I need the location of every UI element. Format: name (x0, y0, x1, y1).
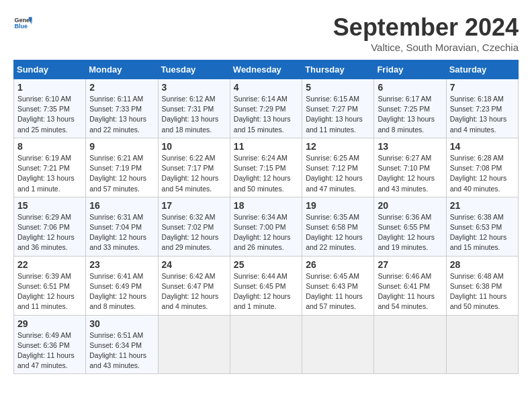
calendar-day: 27Sunrise: 6:46 AM Sunset: 6:41 PM Dayli… (374, 256, 446, 315)
calendar-day (302, 315, 374, 374)
calendar-day: 13Sunrise: 6:27 AM Sunset: 7:10 PM Dayli… (374, 138, 446, 197)
calendar-day: 25Sunrise: 6:44 AM Sunset: 6:45 PM Dayli… (230, 256, 302, 315)
calendar-day: 14Sunrise: 6:28 AM Sunset: 7:08 PM Dayli… (446, 138, 518, 197)
calendar-week-5: 29Sunrise: 6:49 AM Sunset: 6:36 PM Dayli… (14, 315, 519, 374)
calendar-week-3: 15Sunrise: 6:29 AM Sunset: 7:06 PM Dayli… (14, 197, 519, 256)
calendar-day: 8Sunrise: 6:19 AM Sunset: 7:21 PM Daylig… (14, 138, 86, 197)
calendar-day: 22Sunrise: 6:39 AM Sunset: 6:51 PM Dayli… (14, 256, 86, 315)
weekday-header-row: SundayMondayTuesdayWednesdayThursdayFrid… (14, 60, 519, 79)
calendar-day: 15Sunrise: 6:29 AM Sunset: 7:06 PM Dayli… (14, 197, 86, 256)
calendar-week-4: 22Sunrise: 6:39 AM Sunset: 6:51 PM Dayli… (14, 256, 519, 315)
logo-icon: General Blue (13, 13, 32, 32)
calendar-day (158, 315, 230, 374)
svg-text:Blue: Blue (14, 23, 28, 30)
calendar-week-1: 1Sunrise: 6:10 AM Sunset: 7:35 PM Daylig… (14, 79, 519, 138)
calendar-day: 9Sunrise: 6:21 AM Sunset: 7:19 PM Daylig… (86, 138, 158, 197)
calendar-day: 18Sunrise: 6:34 AM Sunset: 7:00 PM Dayli… (230, 197, 302, 256)
location: Valtice, South Moravian, Czechia (333, 42, 519, 53)
calendar-day: 17Sunrise: 6:32 AM Sunset: 7:02 PM Dayli… (158, 197, 230, 256)
calendar-day: 4Sunrise: 6:14 AM Sunset: 7:29 PM Daylig… (230, 79, 302, 138)
calendar-table: SundayMondayTuesdayWednesdayThursdayFrid… (13, 60, 519, 374)
weekday-header: Saturday (446, 60, 518, 79)
weekday-header: Tuesday (158, 60, 230, 79)
weekday-header: Wednesday (230, 60, 302, 79)
calendar-day: 26Sunrise: 6:45 AM Sunset: 6:43 PM Dayli… (302, 256, 374, 315)
calendar-day: 29Sunrise: 6:49 AM Sunset: 6:36 PM Dayli… (14, 315, 86, 374)
calendar-day: 11Sunrise: 6:24 AM Sunset: 7:15 PM Dayli… (230, 138, 302, 197)
page-header: General Blue September 2024 Valtice, Sou… (13, 13, 519, 53)
calendar-day: 21Sunrise: 6:38 AM Sunset: 6:53 PM Dayli… (446, 197, 518, 256)
calendar-day: 2Sunrise: 6:11 AM Sunset: 7:33 PM Daylig… (86, 79, 158, 138)
calendar-day: 3Sunrise: 6:12 AM Sunset: 7:31 PM Daylig… (158, 79, 230, 138)
calendar-day: 6Sunrise: 6:17 AM Sunset: 7:25 PM Daylig… (374, 79, 446, 138)
calendar-day (374, 315, 446, 374)
title-block: September 2024 Valtice, South Moravian, … (333, 13, 519, 53)
weekday-header: Thursday (302, 60, 374, 79)
calendar-day: 23Sunrise: 6:41 AM Sunset: 6:49 PM Dayli… (86, 256, 158, 315)
weekday-header: Friday (374, 60, 446, 79)
calendar-day: 30Sunrise: 6:51 AM Sunset: 6:34 PM Dayli… (86, 315, 158, 374)
weekday-header: Monday (86, 60, 158, 79)
calendar-day (446, 315, 518, 374)
calendar-day: 5Sunrise: 6:15 AM Sunset: 7:27 PM Daylig… (302, 79, 374, 138)
calendar-day: 7Sunrise: 6:18 AM Sunset: 7:23 PM Daylig… (446, 79, 518, 138)
calendar-week-2: 8Sunrise: 6:19 AM Sunset: 7:21 PM Daylig… (14, 138, 519, 197)
calendar-day (230, 315, 302, 374)
month-title: September 2024 (333, 13, 519, 42)
calendar-day: 10Sunrise: 6:22 AM Sunset: 7:17 PM Dayli… (158, 138, 230, 197)
calendar-day: 12Sunrise: 6:25 AM Sunset: 7:12 PM Dayli… (302, 138, 374, 197)
calendar-day: 20Sunrise: 6:36 AM Sunset: 6:55 PM Dayli… (374, 197, 446, 256)
calendar-day: 19Sunrise: 6:35 AM Sunset: 6:58 PM Dayli… (302, 197, 374, 256)
logo: General Blue (13, 13, 32, 32)
calendar-day: 28Sunrise: 6:48 AM Sunset: 6:38 PM Dayli… (446, 256, 518, 315)
calendar-day: 16Sunrise: 6:31 AM Sunset: 7:04 PM Dayli… (86, 197, 158, 256)
calendar-day: 24Sunrise: 6:42 AM Sunset: 6:47 PM Dayli… (158, 256, 230, 315)
weekday-header: Sunday (14, 60, 86, 79)
calendar-day: 1Sunrise: 6:10 AM Sunset: 7:35 PM Daylig… (14, 79, 86, 138)
